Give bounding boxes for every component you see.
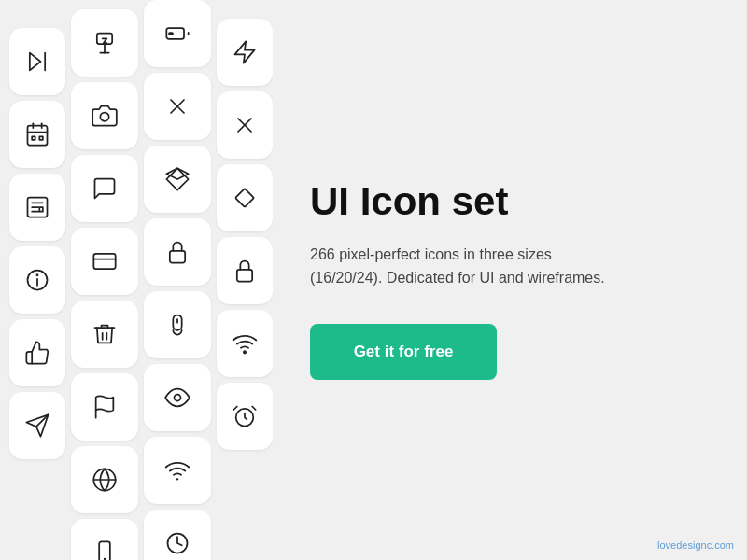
icon-card-info: [9, 246, 65, 314]
page-container: UI Icon set 266 pixel-perfect icons in t…: [0, 0, 747, 560]
icon-card-bolt2: [217, 19, 273, 86]
icon-card-play-skip: [9, 28, 65, 95]
icon-card-charging: [71, 9, 138, 77]
svg-rect-48: [235, 189, 254, 207]
icon-card-chat: [71, 155, 138, 222]
icon-card-camera: [71, 82, 138, 149]
icon-card-creditcard: [71, 228, 138, 295]
icon-column-1: [9, 28, 65, 551]
icon-card-globe: [71, 446, 138, 513]
icon-card-flag: [71, 373, 138, 441]
svg-rect-22: [93, 254, 115, 269]
icon-card-tag: [144, 146, 211, 213]
icon-card-thumbsup: [9, 319, 65, 386]
svg-line-53: [252, 407, 256, 411]
product-title: UI Icon set: [310, 180, 691, 223]
icon-column-4: [217, 19, 273, 551]
svg-rect-12: [39, 207, 43, 212]
svg-line-52: [233, 407, 237, 411]
icon-card-alarm: [217, 383, 273, 450]
icon-card-wifi2: [217, 310, 273, 377]
content-area: UI Icon set 266 pixel-perfect icons in t…: [273, 0, 747, 560]
icon-card-mouse: [144, 291, 211, 358]
icon-card-lock2: [217, 237, 273, 304]
svg-rect-27: [99, 541, 110, 560]
svg-rect-49: [237, 270, 252, 282]
svg-point-50: [244, 351, 246, 353]
icon-card-newspaper: [9, 174, 65, 241]
svg-rect-39: [170, 251, 185, 263]
icon-card-send: [9, 392, 65, 459]
icon-card-trash: [71, 301, 138, 368]
icon-card-calendar: [9, 101, 65, 168]
svg-marker-45: [235, 41, 255, 63]
product-description: 266 pixel-perfect icons in three sizes (…: [310, 243, 627, 290]
svg-rect-6: [32, 136, 35, 140]
svg-point-21: [100, 113, 108, 121]
icon-card-wifi: [144, 437, 211, 504]
svg-rect-7: [39, 136, 43, 140]
icon-card-close2: [217, 91, 273, 159]
icon-card-battery: [144, 0, 211, 67]
svg-point-15: [36, 274, 37, 275]
svg-marker-0: [30, 53, 41, 71]
icon-column-2: [71, 9, 138, 551]
cta-button[interactable]: Get it for free: [310, 324, 497, 380]
svg-rect-2: [28, 126, 48, 146]
icon-card-diamond: [217, 164, 273, 231]
svg-point-42: [175, 395, 181, 401]
icon-card-close: [144, 73, 211, 140]
icon-card-mobile: [71, 519, 138, 560]
icon-card-eye: [144, 364, 211, 431]
watermark: lovedesignc.com: [657, 539, 734, 551]
icon-card-clock: [144, 510, 211, 560]
icon-column-3: [144, 0, 211, 551]
icon-card-lock: [144, 218, 211, 286]
icons-panel: [0, 0, 273, 560]
